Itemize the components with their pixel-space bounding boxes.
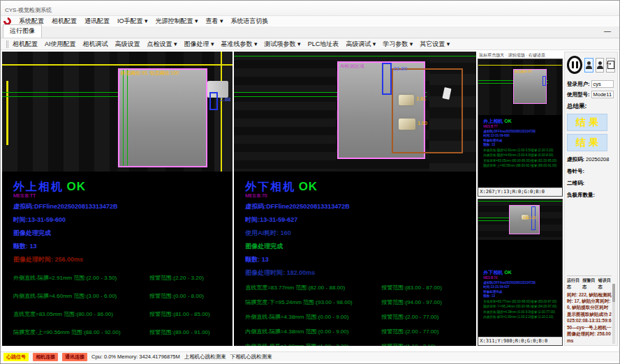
tool-other-settings[interactable]: 其它设置 ▾ (420, 40, 450, 49)
thumbnail-lower-camera[interactable]: 2.61 1.90 外下相机 OK MES:B:70 虚拟码:DFFline20… (478, 199, 563, 346)
measure-row: 外侧直线-隔膜=2.91mm 范围:(2.00 - 3.50) 报警范围:(2.… (13, 274, 232, 282)
alarm-range: 报警:(89.00-91.00) (531, 164, 556, 167)
tool-test-params[interactable]: 测试项参数 ▾ (265, 40, 301, 49)
menubar: 系统配置 相机配置 通讯配置 IO手配置 ▾ 光源控制配置 ▾ 查看 ▾ 系统语… (1, 16, 619, 26)
alarm-range: 报警:(81.00-85.00) (531, 159, 556, 162)
ai-time: 使用AI耗时: 160 (245, 229, 476, 238)
defect-patch (399, 95, 414, 105)
edge-line-green (127, 70, 128, 166)
menu-view[interactable]: 查看 ▾ (206, 17, 223, 26)
pause-button[interactable] (567, 56, 582, 74)
processing-time: 图像处理时间: 256.00ms (13, 255, 232, 264)
tool-plc-address-table[interactable]: PLC地址表 (308, 40, 339, 49)
log-scrollbar[interactable] (612, 284, 615, 344)
log-area: 运行日志 报警日志 错误日志 耗时: 222, 缺陷检测耗时: 17, 缺陷分离… (567, 275, 615, 344)
measure-row: 隔膜宽度-上=90.56mm 范围:(88.00 - 92.00) 报警范围:(… (13, 328, 232, 336)
alarm-range: 报警:(94.00-97.00) (531, 305, 556, 308)
alarm-range: 报警范围:(83.00 - 87.00) (381, 284, 442, 291)
menu-light-config[interactable]: 光源控制配置 ▾ (156, 17, 198, 26)
minimize-button[interactable]: — (603, 27, 612, 35)
measure-roi-blue (382, 63, 392, 95)
machine-structure (214, 52, 232, 172)
camera-panel-upper: 静态阈值:93, 动态阈值:100 2.88 外上相机 OK MES:B:TT … (2, 52, 232, 346)
toolbar: 相机配置 AI使用配置 相机调试 高级设置 点检设置 ▾ 图像处理 ▾ 基准线参… (1, 38, 619, 50)
tool-camera-debug[interactable]: 相机调试 (83, 40, 108, 49)
camera-image-upper[interactable]: 静态阈值:93, 动态阈值:100 2.88 (2, 52, 232, 172)
measure-row: 内侧直线-隔膜=4.60mm 范围:(3.00 - 6.00) 报警范围:(0.… (13, 292, 232, 300)
mes-status: MES:B:70 (483, 276, 562, 280)
tab-run-image[interactable]: 运行图像 (3, 24, 42, 38)
status-ok-badge: OK (504, 119, 512, 123)
measure-value-label: 23.80 (393, 66, 407, 72)
negative-stock-row: 负极库数量: (567, 192, 615, 199)
alarm-range: 报警:(83.00-87.00) (531, 300, 556, 303)
tool-ai-usage-config[interactable]: AI使用配置 (45, 40, 76, 49)
camera-title-text: 外下相机 (483, 270, 503, 275)
alarm-range: 报警范围:(0.00 - 8.00) (149, 292, 204, 300)
measure-value-label: 2.88 (220, 96, 231, 103)
tool-spot-check[interactable]: 点检设置 ▾ (147, 40, 177, 49)
measure-value: 直线宽度=83.05mm (80.00-86.00) (483, 159, 531, 162)
measure-list: 外侧直线-隔膜=2.91mm 范围:(2.00 - 3.50) 报警范围:(2.… (13, 274, 232, 336)
log-tab-run[interactable]: 运行日志 (567, 278, 580, 290)
measure-list: 直线宽度=83.77mm 范围:(82.00 - 88.00) 报警范围:(83… (245, 284, 476, 346)
login-user-value[interactable]: cys (591, 80, 614, 88)
log-tab-alarm[interactable]: 报警日志 (582, 278, 596, 290)
measure-row: 外侧直线-隔膜=4.38mm (0.00-9.00) 报警:(2.00-77.0… (483, 310, 562, 314)
capture-time: 时间:13-31-59-627 (245, 215, 476, 225)
measure-value: 内侧直线-隔膜=4.38mm 范围:(0.00 - 9.00) (245, 328, 381, 335)
log-tab-error[interactable]: 错误日志 (598, 278, 612, 290)
menu-comm-config[interactable]: 通讯配置 (84, 17, 110, 26)
tool-baseline-params[interactable]: 基准线参数 ▾ (221, 40, 258, 49)
main-area: 静态阈值:93, 动态阈值:100 2.88 外上相机 OK MES:B:TT … (1, 50, 619, 347)
tool-image-processing[interactable]: 图像处理 ▾ (184, 40, 214, 49)
tool-camera-config[interactable]: 相机配置 (13, 40, 38, 49)
capture-time: 时间:13-31-59-600 (483, 134, 562, 137)
processing-done: 图像处理完成 (245, 242, 476, 251)
menu-camera-config[interactable]: 相机配置 (52, 17, 77, 26)
tool-advanced-debug[interactable]: 高级调试 ▾ (346, 40, 376, 49)
camera-title: 外下相机 OK (483, 269, 562, 276)
measure-row: 隔膜宽度-下=95.24mm 范围:(93.00 - 98.00) 报警范围:(… (245, 298, 476, 306)
thumb-image: 2.61 1.90 (478, 199, 562, 240)
measure-value: 隔膜宽度-下=95.24mm 范围:(93.00 - 98.00) (245, 298, 381, 306)
tool-advanced-settings[interactable]: 高级设置 (115, 40, 140, 49)
alarm-range: 报警范围:(94.00 - 97.00) (381, 298, 442, 306)
needle-row: 卷针号: (567, 168, 615, 175)
defect-value-label: 1.90 (418, 121, 427, 126)
thumbnail-column: 鼠标双击放大 · 滚轮缩放 · 右键还原 静态阈值:93 外上相机 OK MES… (478, 52, 563, 346)
piece-count: 颗数: 13 (483, 294, 562, 298)
processing-done: 图像处理完成 (483, 290, 562, 294)
virtual-code: 虚拟码:DFFline2025020813313472B (13, 202, 232, 211)
user-mode-button[interactable] (584, 58, 593, 73)
model-value[interactable]: Mode11 (591, 91, 614, 98)
measure-value: 内侧直线-极耳=1.90mm (1.00-2.20) (483, 315, 531, 319)
menu-language-switch[interactable]: 系统语言切换 (231, 17, 269, 26)
measure-row: 直线宽度=83.77mm 范围:(82.00 - 88.00) 报警范围:(83… (245, 284, 476, 291)
measure-value: 外侧直线-隔膜=4.38mm 范围:(0.00 - 9.00) (245, 313, 381, 321)
thumbnail-upper-camera[interactable]: 静态阈值:93 外上相机 OK MES:B:TT 虚拟码:DFFline2025… (478, 59, 563, 197)
thumb-result-text: 外下相机 OK MES:B:70 虚拟码:DFFline202502081331… (478, 266, 562, 319)
measure-value: 外侧直线-隔膜=4.38mm (0.00-9.00) (483, 310, 531, 314)
machine-structure (234, 52, 336, 172)
tab-strip: 运行图像 — (1, 26, 619, 38)
measure-row: 内侧直线-隔膜=4.38mm 范围:(0.00 - 9.00) 报警范围:(2.… (245, 328, 476, 335)
threshold-overlay-label: 静态阈值:93 (515, 70, 531, 73)
menu-io-config[interactable]: IO手配置 ▾ (117, 17, 148, 26)
operator-button[interactable] (596, 58, 605, 73)
virtual-code: 虚拟码:DFFline2025020813313472B (483, 281, 562, 285)
needle-label: 卷针号: (567, 168, 584, 174)
logout-door-icon (607, 61, 614, 69)
logout-button[interactable] (606, 58, 615, 73)
measure-value: 内侧直线-隔膜=4.60mm (3.00-6.00) (483, 153, 531, 157)
toolbar-grip (6, 40, 8, 48)
camera-title-text: 外上相机 (483, 119, 503, 123)
alarm-range: 报警范围:(1.10 - 2.10) (381, 342, 436, 346)
measure-row: 内侧直线-极耳=1.90mm (1.00-2.20) 报警:(1.10-2.10… (483, 315, 562, 319)
alarm-range: 报警:(0.00-8.00) (531, 153, 553, 157)
camera-image-lower[interactable]: AI检测区域 23.80 2.61 1.90 (234, 52, 476, 172)
piece-count: 颗数: 13 (13, 242, 232, 251)
camera-connect-badge: 相机连接 (33, 353, 58, 361)
login-user-row: 登录用户: cys (567, 80, 615, 88)
tool-learning-params[interactable]: 学习参数 ▾ (383, 40, 413, 49)
